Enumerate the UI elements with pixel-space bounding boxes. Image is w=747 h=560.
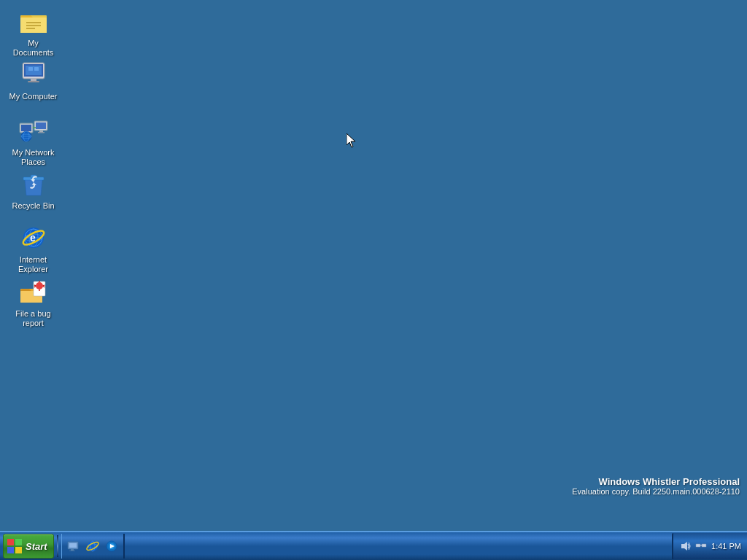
svg-rect-11 [31, 79, 36, 81]
svg-marker-45 [347, 133, 355, 147]
show-desktop-button[interactable] [65, 537, 82, 555]
svg-rect-8 [26, 66, 42, 75]
svg-rect-18 [36, 122, 46, 129]
media-quick-launch-button[interactable] [103, 537, 120, 555]
taskbar-divider [57, 535, 58, 557]
system-clock[interactable]: 1:41 PM [711, 542, 741, 551]
quick-launch-area [61, 534, 125, 559]
svg-marker-61 [681, 542, 687, 551]
start-label: Start [26, 541, 47, 552]
my-network-places-icon-img [19, 116, 48, 145]
my-computer-label: My Computer [9, 92, 57, 101]
internet-explorer-icon[interactable]: e Internet Explorer [6, 220, 61, 277]
file-a-bug-report-icon[interactable]: File a bug report [6, 274, 61, 331]
watermark-subtitle: Evaluation copy. Build 2250.main.000628-… [572, 487, 740, 496]
svg-rect-12 [28, 81, 39, 82]
internet-explorer-label: Internet Explorer [9, 255, 58, 274]
watermark-title: Windows Whistler Professional [572, 476, 740, 487]
recycle-bin-icon[interactable]: Recycle Bin [6, 166, 61, 214]
svg-point-38 [36, 282, 43, 289]
start-logo [7, 538, 23, 554]
svg-rect-46 [7, 539, 14, 545]
svg-rect-10 [34, 67, 39, 71]
svg-rect-48 [7, 547, 14, 553]
svg-rect-47 [15, 539, 22, 545]
recycle-bin-label: Recycle Bin [12, 201, 54, 211]
svg-text:e: e [30, 232, 36, 244]
volume-tray-icon[interactable] [679, 540, 691, 552]
taskbar: Start [0, 531, 747, 560]
watermark: Windows Whistler Professional Evaluation… [572, 476, 740, 496]
my-network-places-label: My Network Places [9, 148, 58, 167]
file-a-bug-report-label: File a bug report [9, 309, 58, 328]
my-documents-icon[interactable]: My Documents [6, 4, 61, 61]
svg-rect-19 [39, 131, 43, 132]
internet-explorer-icon-img: e [19, 223, 48, 252]
my-documents-icon-img [19, 7, 48, 36]
my-computer-icon-img [19, 60, 48, 89]
svg-rect-53 [69, 551, 75, 551]
ie-quick-launch-button[interactable] [84, 537, 101, 555]
svg-rect-49 [15, 547, 22, 553]
system-tray: 1:41 PM [672, 533, 747, 559]
svg-rect-14 [21, 125, 31, 131]
mouse-cursor [347, 133, 358, 148]
my-network-places-icon[interactable]: My Network Places [6, 113, 61, 170]
svg-rect-62 [696, 544, 700, 547]
svg-rect-63 [702, 544, 706, 547]
svg-rect-9 [28, 67, 33, 71]
network-tray-icon[interactable] [695, 540, 707, 552]
svg-rect-20 [38, 132, 44, 133]
my-documents-label: My Documents [9, 39, 58, 58]
file-a-bug-report-icon-img [19, 277, 48, 306]
recycle-bin-icon-img [19, 169, 48, 198]
desktop: My Documents My Computer [0, 0, 747, 531]
start-button[interactable]: Start [3, 534, 54, 559]
svg-rect-52 [71, 549, 74, 551]
my-computer-icon[interactable]: My Computer [6, 57, 61, 104]
svg-rect-51 [69, 543, 77, 548]
